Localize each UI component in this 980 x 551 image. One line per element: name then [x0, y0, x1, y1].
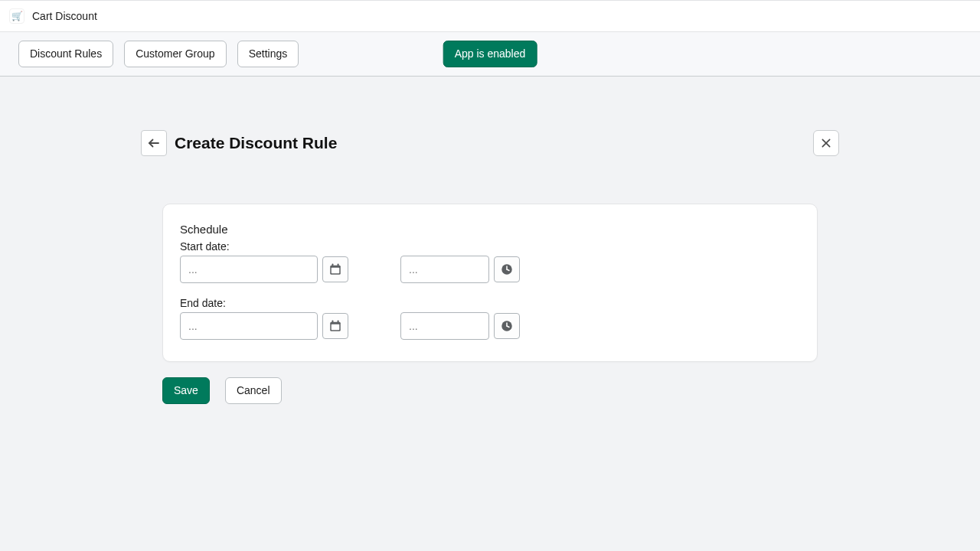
- tab-customer-group[interactable]: Customer Group: [124, 41, 226, 67]
- svg-rect-5: [332, 264, 334, 267]
- app-icon: 🛒: [9, 8, 24, 24]
- start-time-input[interactable]: [400, 256, 489, 283]
- svg-rect-13: [338, 321, 339, 324]
- app-title: Cart Discount: [32, 10, 97, 22]
- calendar-icon: [328, 319, 342, 333]
- calendar-icon: [328, 262, 342, 276]
- app-status-button[interactable]: App is enabled: [443, 41, 537, 67]
- footer-actions: Save Cancel: [162, 377, 818, 404]
- end-time-input[interactable]: [400, 312, 489, 340]
- start-time-picker-button[interactable]: [494, 256, 520, 282]
- start-date-picker-button[interactable]: [322, 256, 348, 282]
- end-date-input[interactable]: [180, 312, 318, 340]
- toolbar-tabs: Discount Rules Customer Group Settings: [18, 41, 299, 67]
- schedule-section-label: Schedule: [180, 223, 800, 236]
- app-top-bar: 🛒 Cart Discount: [0, 0, 980, 32]
- start-date-input[interactable]: [180, 256, 318, 283]
- toolbar: Discount Rules Customer Group Settings A…: [0, 32, 980, 77]
- close-button[interactable]: [813, 130, 839, 156]
- page-title: Create Discount Rule: [175, 134, 337, 152]
- end-date-label: End date:: [180, 297, 800, 309]
- start-date-label: Start date:: [180, 240, 800, 253]
- svg-rect-12: [332, 321, 334, 324]
- page-header: Create Discount Rule: [141, 130, 839, 156]
- save-button[interactable]: Save: [162, 377, 210, 404]
- end-date-row: [180, 312, 800, 340]
- clock-icon: [500, 262, 514, 276]
- tab-discount-rules[interactable]: Discount Rules: [18, 41, 113, 67]
- end-time-picker-button[interactable]: [494, 313, 520, 339]
- svg-rect-4: [332, 268, 340, 274]
- tab-settings[interactable]: Settings: [237, 41, 299, 67]
- close-icon: [820, 137, 832, 149]
- schedule-card: Schedule Start date: End: [162, 204, 818, 362]
- svg-rect-6: [338, 264, 339, 267]
- end-date-picker-button[interactable]: [322, 313, 348, 339]
- clock-icon: [500, 319, 514, 333]
- back-button[interactable]: [141, 130, 167, 156]
- arrow-left-icon: [147, 136, 161, 150]
- svg-rect-11: [332, 324, 340, 331]
- start-date-row: [180, 256, 800, 283]
- cancel-button[interactable]: Cancel: [225, 377, 282, 404]
